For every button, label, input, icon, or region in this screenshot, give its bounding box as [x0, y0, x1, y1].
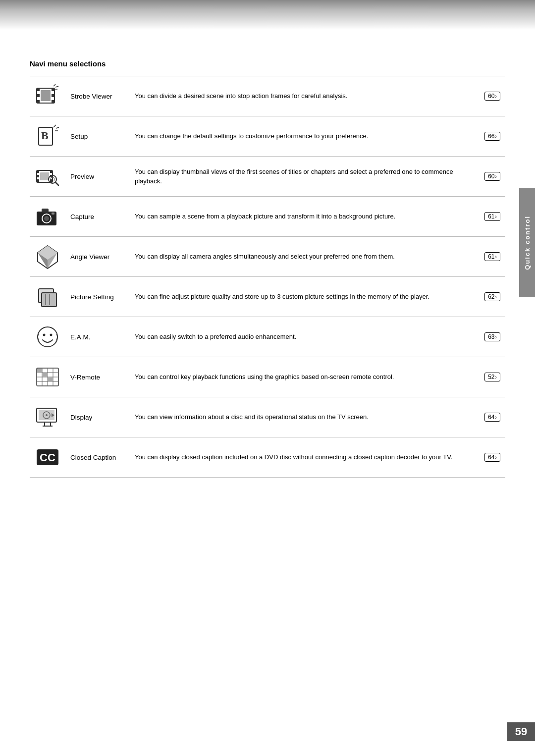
page-badge: 61› — [484, 212, 500, 221]
svg-rect-5 — [52, 94, 54, 97]
desc-cell-eam: You can easily switch to a preferred aud… — [130, 317, 480, 357]
sidebar-tab-label: Quick control — [524, 216, 531, 270]
menu-table: Strobe ViewerYou can divide a desired sc… — [30, 76, 505, 478]
page-badge: 61› — [484, 252, 500, 261]
name-cell-preview: Preview — [65, 157, 130, 197]
icon-cell-picture-setting — [30, 277, 65, 317]
desc-cell-preview: You can display thumbnail views of the f… — [130, 157, 480, 197]
preview-icon — [35, 163, 60, 189]
svg-rect-3 — [37, 100, 40, 103]
svg-rect-31 — [52, 213, 54, 215]
page-cell-strobe-viewer: 60› — [480, 76, 505, 116]
name-cell-display: Display — [65, 397, 130, 437]
page-cell-display: 64› — [480, 397, 505, 437]
svg-rect-30 — [42, 209, 49, 213]
main-content: Navi menu selections Strobe ViewerYou ca… — [0, 30, 535, 507]
page-cell-capture: 61› — [480, 197, 505, 237]
desc-cell-angle-viewer: You can display all camera angles simult… — [130, 237, 480, 277]
table-row: Strobe ViewerYou can divide a desired sc… — [30, 76, 505, 116]
svg-rect-51 — [48, 378, 53, 381]
desc-cell-capture: You can sample a scene from a playback p… — [130, 197, 480, 237]
desc-cell-strobe-viewer: You can divide a desired scene into stop… — [130, 76, 480, 116]
icon-cell-closed-caption: CC — [30, 437, 65, 478]
page-badge: 63› — [484, 332, 500, 341]
setup-icon: B — [35, 123, 60, 149]
page-cell-closed-caption: 64› — [480, 437, 505, 478]
angle-viewer-icon — [35, 244, 60, 270]
page-cell-eam: 63› — [480, 317, 505, 357]
section-heading: Navi menu selections — [30, 59, 505, 68]
picture-setting-icon — [35, 284, 60, 310]
table-row: PreviewYou can display thumbnail views o… — [30, 157, 505, 197]
page-badge: 60› — [484, 172, 500, 181]
eam-icon — [35, 324, 60, 350]
svg-rect-52 — [43, 373, 47, 377]
desc-cell-v-remote: You can control key playback functions u… — [130, 357, 480, 397]
svg-text:CC: CC — [40, 451, 55, 464]
icon-cell-preview — [30, 157, 65, 197]
icon-cell-setup: B — [30, 116, 65, 157]
capture-icon — [35, 204, 60, 229]
name-cell-closed-caption: Closed Caption — [65, 437, 130, 478]
svg-rect-23 — [40, 172, 49, 180]
desc-cell-display: You can view information about a disc an… — [130, 397, 480, 437]
display-icon — [35, 404, 60, 430]
page-number-area: 59 — [507, 722, 535, 741]
table-row: CC Closed CaptionYou can display closed … — [30, 437, 505, 478]
name-cell-setup: Setup — [65, 116, 130, 157]
svg-line-14 — [56, 127, 59, 128]
page-number: 59 — [507, 722, 535, 741]
svg-point-42 — [50, 334, 53, 336]
svg-marker-33 — [38, 246, 57, 260]
page-cell-v-remote: 52› — [480, 357, 505, 397]
svg-point-41 — [43, 334, 46, 336]
name-cell-eam: E.A.M. — [65, 317, 130, 357]
name-cell-picture-setting: Picture Setting — [65, 277, 130, 317]
svg-rect-1 — [37, 88, 40, 91]
svg-rect-4 — [52, 88, 54, 91]
table-row: B SetupYou can change the default settin… — [30, 116, 505, 157]
table-row: V-RemoteYou can control key playback fun… — [30, 357, 505, 397]
page-cell-setup: 66› — [480, 116, 505, 157]
table-row: DisplayYou can view information about a … — [30, 397, 505, 437]
sidebar-tab: Quick control — [519, 188, 535, 297]
svg-text:B: B — [41, 129, 49, 142]
page-badge: 66› — [484, 132, 500, 141]
svg-rect-6 — [52, 100, 54, 103]
svg-rect-18 — [37, 175, 39, 177]
svg-rect-17 — [37, 170, 39, 173]
svg-line-13 — [54, 125, 56, 127]
page-badge: 52› — [484, 373, 500, 381]
desc-cell-setup: You can change the default settings to c… — [130, 116, 480, 157]
name-cell-v-remote: V-Remote — [65, 357, 130, 397]
svg-rect-2 — [37, 94, 40, 97]
top-bar — [0, 0, 535, 30]
svg-rect-20 — [50, 170, 53, 173]
table-row: CaptureYou can sample a scene from a pla… — [30, 197, 505, 237]
table-row: Picture SettingYou can fine adjust pictu… — [30, 277, 505, 317]
svg-line-25 — [55, 182, 58, 185]
svg-rect-19 — [37, 179, 39, 182]
page-cell-picture-setting: 62› — [480, 277, 505, 317]
svg-rect-37 — [42, 293, 56, 307]
closed-caption-icon: CC — [35, 444, 60, 470]
svg-line-9 — [55, 86, 58, 87]
page-badge: 64› — [484, 413, 500, 422]
page-cell-angle-viewer: 61› — [480, 237, 505, 277]
icon-cell-strobe-viewer — [30, 76, 65, 116]
desc-cell-picture-setting: You can fine adjust picture quality and … — [130, 277, 480, 317]
svg-point-59 — [46, 414, 48, 416]
page-cell-preview: 60› — [480, 157, 505, 197]
icon-cell-display — [30, 397, 65, 437]
icon-cell-eam — [30, 317, 65, 357]
icon-cell-v-remote — [30, 357, 65, 397]
icon-cell-angle-viewer — [30, 237, 65, 277]
svg-rect-50 — [37, 369, 42, 372]
name-cell-angle-viewer: Angle Viewer — [65, 237, 130, 277]
page-badge: 62› — [484, 292, 500, 301]
table-row: E.A.M.You can easily switch to a preferr… — [30, 317, 505, 357]
icon-cell-capture — [30, 197, 65, 237]
strobe-viewer-icon — [35, 83, 60, 109]
page-badge: 60› — [484, 92, 500, 101]
svg-rect-7 — [41, 90, 51, 101]
